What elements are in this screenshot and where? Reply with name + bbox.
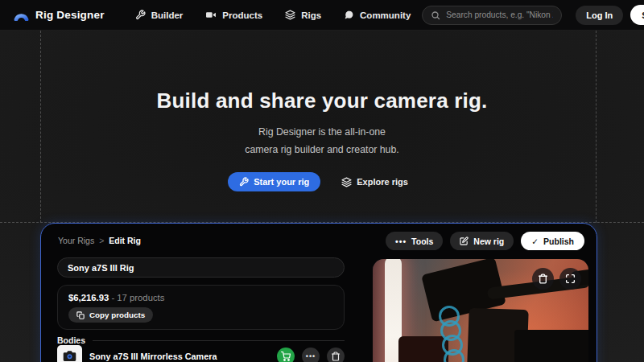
copy-icon: [76, 311, 85, 319]
explore-rigs-button[interactable]: Explore rigs: [333, 172, 416, 191]
rig-editor-panel: Your Rigs > Edit Rig ••• Tools New rig ✓…: [40, 223, 597, 362]
brand-logo[interactable]: Rig Designer: [14, 9, 105, 21]
speaker-silhouette: [398, 336, 448, 362]
breadcrumb-your-rigs[interactable]: Your Rigs: [58, 236, 94, 245]
product-list-item[interactable]: Sony a7S III Mirrorless Camera •••: [57, 345, 345, 362]
cart-icon: [281, 352, 291, 361]
bodies-section-header: Bodies: [57, 335, 345, 345]
nav-item-community[interactable]: Community: [344, 10, 411, 20]
trash-icon: [538, 274, 548, 284]
login-button[interactable]: Log In: [576, 6, 623, 25]
nav-label: Community: [360, 10, 411, 20]
product-thumbnail: [57, 345, 82, 362]
ellipsis-icon: •••: [306, 352, 316, 360]
trash-icon: [331, 352, 341, 361]
video-camera-icon: [205, 10, 217, 20]
rig-preview-image: [373, 259, 588, 362]
search-input[interactable]: [446, 10, 553, 19]
search-box[interactable]: [422, 6, 562, 25]
product-name: Sony a7S III Mirrorless Camera: [89, 352, 270, 361]
photo-actions: [532, 268, 581, 290]
breadcrumb: Your Rigs > Edit Rig: [58, 236, 141, 245]
top-navbar: Rig Designer Builder Products Rigs Commu…: [0, 0, 644, 31]
chat-icon: [344, 10, 354, 20]
check-icon: ✓: [531, 237, 539, 246]
nav-item-rigs[interactable]: Rigs: [285, 10, 321, 20]
nav-item-builder[interactable]: Builder: [135, 10, 184, 20]
hero-section: Build and share your camera rig. Rig Des…: [0, 31, 644, 191]
rig-name-input[interactable]: [57, 257, 345, 278]
rig-total-line: $6,216.93 - 17 products: [68, 293, 333, 302]
tools-button[interactable]: ••• Tools: [386, 232, 443, 250]
nav-label: Products: [222, 10, 262, 20]
nav-label: Builder: [151, 10, 184, 20]
add-to-cart-button[interactable]: [277, 348, 295, 362]
product-delete-button[interactable]: [327, 348, 345, 362]
section-divider: [93, 340, 345, 341]
hero-title: Build and share your camera rig.: [0, 88, 644, 113]
rig-designer-logo-icon: [14, 9, 29, 21]
nav-item-products[interactable]: Products: [205, 10, 262, 20]
panel-toolbar: ••• Tools New rig ✓ Publish: [386, 232, 584, 250]
expand-icon: [565, 274, 576, 284]
layers-icon: [341, 177, 352, 187]
delete-image-button[interactable]: [532, 268, 554, 290]
signup-button[interactable]: Sign Up: [630, 5, 644, 25]
breadcrumb-separator: >: [99, 236, 104, 245]
bodies-label: Bodies: [57, 335, 85, 345]
rig-product-count: 17 products: [117, 293, 164, 302]
tools-icon: [135, 10, 146, 20]
new-rig-button[interactable]: New rig: [450, 232, 514, 250]
hero-subtitle: Rig Designer is the all-in-one camera ri…: [0, 124, 644, 158]
breadcrumb-edit-rig: Edit Rig: [109, 236, 141, 245]
ellipsis-icon: •••: [395, 237, 407, 246]
copy-products-button[interactable]: Copy products: [68, 307, 153, 323]
tools-icon: [239, 177, 249, 187]
hero-subtitle-line2: camera rig builder and creator hub.: [0, 142, 644, 159]
product-more-button[interactable]: •••: [302, 348, 320, 362]
expand-image-button[interactable]: [559, 268, 581, 290]
rig-total-price: $6,216.93: [68, 293, 109, 302]
rig-summary-card: $6,216.93 - 17 products Copy products: [57, 285, 345, 330]
hero-cta-row: Start your rig Explore rigs: [0, 172, 644, 191]
brand-name: Rig Designer: [35, 9, 105, 21]
layers-icon: [285, 10, 295, 20]
nav-label: Rigs: [301, 10, 321, 20]
edit-icon: [460, 237, 469, 245]
hero-subtitle-line1: Rig Designer is the all-in-one: [0, 124, 644, 142]
equipment-box-silhouette: [514, 330, 588, 362]
search-icon: [431, 10, 440, 20]
publish-button[interactable]: ✓ Publish: [521, 232, 584, 250]
start-your-rig-button[interactable]: Start your rig: [228, 172, 320, 191]
